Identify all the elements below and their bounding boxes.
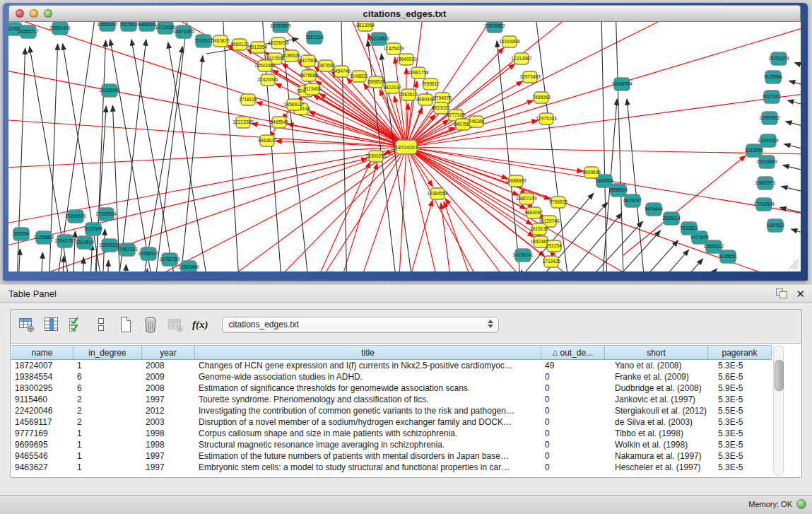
- column-header-name[interactable]: name: [11, 346, 73, 359]
- graph-node[interactable]: 9875685: [300, 70, 318, 81]
- table-row[interactable]: 911546021997Tourette syndrome. Phenomeno…: [11, 394, 772, 405]
- graph-node[interactable]: 7485063: [532, 92, 551, 103]
- graph-node[interactable]: 20153346: [99, 84, 120, 97]
- graph-node[interactable]: 10973493: [519, 71, 541, 83]
- graph-node[interactable]: 16648784: [611, 78, 632, 90]
- graph-node[interactable]: 20876882: [484, 22, 505, 33]
- row-height-button[interactable]: [92, 315, 110, 334]
- network-view-canvas[interactable]: 2520651 14055717 20891406 10653287 15276…: [8, 22, 801, 271]
- graph-node[interactable]: 22420046: [257, 74, 278, 86]
- graph-node[interactable]: 746266: [469, 116, 484, 127]
- graph-node[interactable]: 252254: [546, 240, 562, 252]
- column-header-pagerank[interactable]: pagerank: [708, 346, 772, 359]
- table-row[interactable]: 969969511998Structural magnetic resonanc…: [11, 439, 772, 450]
- graph-node[interactable]: 10653287: [97, 22, 118, 31]
- graph-node[interactable]: 17957223: [117, 243, 138, 256]
- graph-node[interactable]: 391594: [13, 228, 29, 240]
- graph-node[interactable]: 8186528: [282, 50, 300, 62]
- close-window-button[interactable]: [16, 9, 24, 18]
- graph-node[interactable]: 2718129: [239, 94, 257, 105]
- graph-node[interactable]: 17359924: [95, 208, 117, 221]
- graph-node[interactable]: 18300295: [365, 151, 387, 162]
- graph-node[interactable]: 12213987: [511, 53, 532, 64]
- delete-table-button[interactable]: [166, 315, 184, 334]
- graph-node[interactable]: 17016504: [753, 198, 775, 211]
- graph-node[interactable]: 12975103: [536, 113, 557, 124]
- graph-node[interactable]: 9756928: [549, 197, 567, 208]
- graph-node[interactable]: 18640910: [396, 54, 417, 65]
- graph-node[interactable]: 18226058: [268, 37, 289, 49]
- citation-network-graph[interactable]: 2520651 14055717 20891406 10653287 15276…: [8, 22, 801, 271]
- float-window-icon[interactable]: [776, 288, 787, 298]
- graph-node[interactable]: 9327508: [299, 55, 317, 66]
- graph-node[interactable]: 15218506: [368, 33, 389, 45]
- graph-node[interactable]: 16782759: [159, 253, 180, 266]
- graph-node[interactable]: 14671355: [173, 25, 194, 38]
- column-header-title[interactable]: title: [195, 346, 541, 359]
- table-row[interactable]: 1872400712008Changes of HCN gene express…: [11, 360, 772, 371]
- graph-node[interactable]: 1514519: [76, 236, 94, 249]
- graph-node[interactable]: 12213389: [233, 117, 254, 128]
- table-row[interactable]: 2242004622012Investigating the contribut…: [11, 405, 772, 416]
- graph-node[interactable]: 18807249: [516, 193, 537, 204]
- graph-node[interactable]: 16961758: [408, 67, 429, 78]
- graph-node[interactable]: 20891406: [49, 22, 71, 35]
- graph-node[interactable]: 7463822: [211, 35, 230, 47]
- graph-node[interactable]: 9146821: [350, 71, 368, 82]
- graph-node[interactable]: 12923446: [178, 261, 199, 271]
- graph-node[interactable]: 2935114: [662, 212, 681, 225]
- function-builder-button[interactable]: f(x): [192, 319, 208, 331]
- graph-node[interactable]: 9227343: [763, 90, 781, 103]
- graph-node[interactable]: 9115460: [303, 83, 322, 95]
- graph-node[interactable]: 9465546: [270, 117, 288, 128]
- network-window-titlebar[interactable]: citations_edges.txt: [8, 5, 801, 22]
- table-row[interactable]: 1938455462009Genome-wide association stu…: [11, 371, 772, 382]
- graph-node[interactable]: 6486163: [138, 22, 156, 31]
- graph-node[interactable]: 9463627: [258, 135, 276, 146]
- minimize-window-button[interactable]: [30, 9, 38, 18]
- graph-hub-node[interactable]: 18724007: [395, 140, 417, 154]
- resize-grip[interactable]: [787, 259, 799, 269]
- scrollbar-thumb[interactable]: [775, 360, 784, 391]
- graph-node[interactable]: 11156869: [34, 231, 54, 244]
- graph-node[interactable]: 8215955: [745, 144, 763, 157]
- graph-node[interactable]: 7955812: [421, 78, 440, 90]
- graph-node[interactable]: 10688609: [505, 175, 526, 187]
- graph-node[interactable]: 7857224: [305, 31, 324, 44]
- graph-node[interactable]: 1615132: [530, 223, 548, 235]
- graph-node[interactable]: 9822037: [383, 82, 401, 93]
- graph-node[interactable]: 9884067: [524, 207, 543, 218]
- zoom-window-button[interactable]: [44, 9, 52, 18]
- graph-node[interactable]: 6679197: [623, 194, 642, 207]
- table-options-button[interactable]: [18, 315, 36, 334]
- column-header-year[interactable]: year: [142, 346, 195, 359]
- graph-node[interactable]: 11325419: [384, 43, 404, 54]
- graph-node[interactable]: 9129966: [764, 71, 782, 83]
- graph-node[interactable]: 9474444: [645, 203, 663, 216]
- table-row[interactable]: 1456911722003Disruption of a novel membe…: [11, 416, 772, 428]
- table-row[interactable]: 946362711997Embryonic stem cells: a mode…: [11, 462, 772, 473]
- select-rows-button[interactable]: [67, 315, 86, 334]
- graph-node[interactable]: 1562615: [399, 89, 418, 100]
- graph-node[interactable]: 20206576: [65, 210, 86, 223]
- close-panel-icon[interactable]: ✕: [796, 288, 805, 299]
- graph-node[interactable]: 19384554: [427, 188, 448, 199]
- graph-node[interactable]: 9699695: [582, 167, 601, 178]
- graph-node[interactable]: 8990444: [416, 94, 435, 105]
- graph-node[interactable]: 9912954: [249, 42, 267, 53]
- column-header-in-degree[interactable]: in_degree: [73, 346, 142, 359]
- graph-node[interactable]: 15751074: [768, 52, 789, 65]
- graph-node[interactable]: 1733426: [542, 256, 560, 267]
- graph-node[interactable]: 9245651: [719, 250, 737, 263]
- table-row[interactable]: 946554611997Estimation of the future num…: [11, 450, 772, 462]
- graph-node[interactable]: 15692971: [755, 177, 776, 189]
- graph-node[interactable]: 16093809: [270, 22, 291, 33]
- graph-node[interactable]: 16958107: [138, 247, 159, 260]
- delete-column-button[interactable]: [141, 315, 160, 334]
- graph-node[interactable]: 8813054: [356, 22, 375, 31]
- graph-node[interactable]: 16154808: [499, 36, 520, 47]
- new-column-button[interactable]: [117, 315, 135, 334]
- graph-node[interactable]: 12942757: [54, 235, 76, 247]
- table-row[interactable]: 1830029562008Estimation of significance …: [11, 382, 772, 394]
- graph-node[interactable]: 8958924: [609, 184, 628, 197]
